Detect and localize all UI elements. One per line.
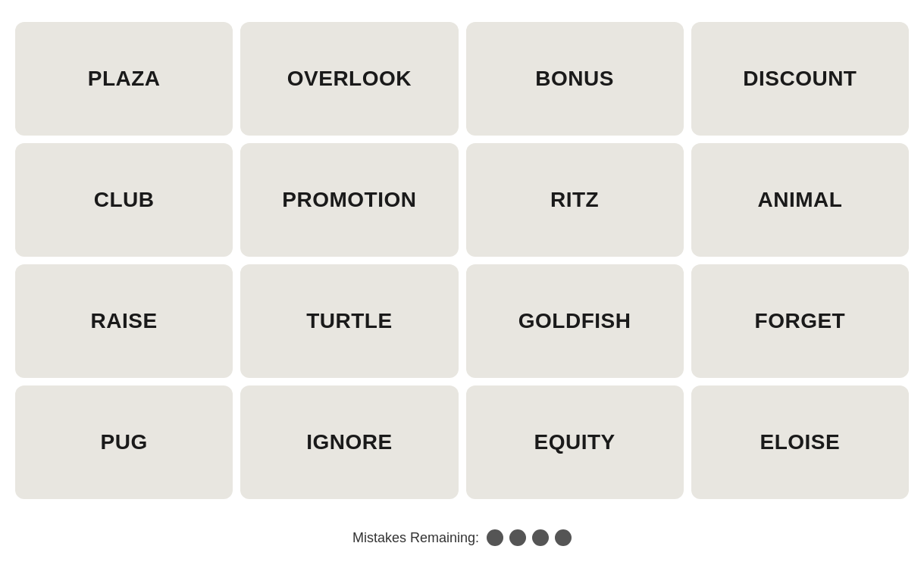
word-card-forget[interactable]: FORGET	[691, 264, 909, 378]
mistake-dot-2	[509, 529, 526, 546]
mistake-dot-3	[532, 529, 549, 546]
word-label-raise: RAISE	[91, 309, 158, 333]
word-card-plaza[interactable]: PLAZA	[15, 22, 233, 136]
word-card-turtle[interactable]: TURTLE	[240, 264, 458, 378]
word-card-overlook[interactable]: OVERLOOK	[240, 22, 458, 136]
mistake-dot-1	[487, 529, 503, 546]
word-label-club: CLUB	[94, 188, 155, 212]
word-card-eloise[interactable]: ELOISE	[691, 385, 909, 499]
word-label-pug: PUG	[101, 430, 148, 454]
word-label-goldfish: GOLDFISH	[518, 309, 631, 333]
word-label-animal: ANIMAL	[757, 188, 842, 212]
word-card-discount[interactable]: DISCOUNT	[691, 22, 909, 136]
word-label-bonus: BONUS	[535, 67, 614, 91]
word-label-ritz: RITZ	[550, 188, 599, 212]
word-label-ignore: IGNORE	[306, 430, 392, 454]
mistakes-label: Mistakes Remaining:	[352, 530, 479, 546]
word-label-equity: EQUITY	[534, 430, 615, 454]
word-card-raise[interactable]: RAISE	[15, 264, 233, 378]
word-card-goldfish[interactable]: GOLDFISH	[466, 264, 684, 378]
word-card-equity[interactable]: EQUITY	[466, 385, 684, 499]
word-label-forget: FORGET	[755, 309, 846, 333]
word-grid: PLAZAOVERLOOKBONUSDISCOUNTCLUBPROMOTIONR…	[0, 7, 924, 514]
word-label-turtle: TURTLE	[306, 309, 392, 333]
word-label-eloise: ELOISE	[760, 430, 841, 454]
word-card-animal[interactable]: ANIMAL	[691, 143, 909, 257]
word-label-plaza: PLAZA	[88, 67, 161, 91]
word-card-promotion[interactable]: PROMOTION	[240, 143, 458, 257]
word-card-ritz[interactable]: RITZ	[466, 143, 684, 257]
mistakes-dots	[487, 529, 572, 546]
word-card-ignore[interactable]: IGNORE	[240, 385, 458, 499]
word-card-bonus[interactable]: BONUS	[466, 22, 684, 136]
mistake-dot-4	[555, 529, 572, 546]
word-card-pug[interactable]: PUG	[15, 385, 233, 499]
word-label-discount: DISCOUNT	[743, 67, 857, 91]
word-card-club[interactable]: CLUB	[15, 143, 233, 257]
mistakes-remaining-section: Mistakes Remaining:	[352, 529, 572, 546]
word-label-overlook: OVERLOOK	[287, 67, 412, 91]
word-label-promotion: PROMOTION	[282, 188, 416, 212]
